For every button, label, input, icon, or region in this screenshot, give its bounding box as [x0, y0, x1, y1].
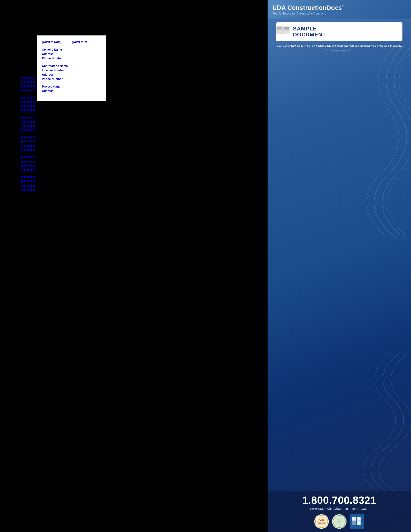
svg-rect-11 [352, 521, 356, 525]
doc-sheet-front [283, 26, 290, 34]
sidebar-description: UDA ConstructionDocs™ are fully customiz… [276, 44, 402, 48]
owner-phone: Phone Number [42, 56, 102, 61]
brand-tagline: The #1 Source for Construction Contracts [272, 12, 406, 15]
svg-text:by the: by the [338, 521, 341, 522]
sample-line2: DOCUMENT [293, 32, 398, 38]
owner-block: Owner's Name Address Phone Number [42, 48, 102, 61]
document-icon [279, 26, 290, 34]
money-value: ($00,000.00) [21, 120, 37, 124]
grid-icon [351, 515, 364, 528]
trademark-symbol: ™ [342, 5, 345, 8]
contractor-name: Contractor's Name [42, 64, 102, 68]
sample-line1: SAMPLE [293, 26, 398, 32]
svg-rect-10 [357, 517, 361, 521]
brand-name: UDA ConstructionDocs [272, 4, 342, 11]
money-group-6: ($00,000.00) ($00,000.00) ($00,000.00) (… [21, 175, 37, 192]
phone-number: 1.800.700.8321 [302, 495, 376, 505]
money-value: ($00,000.00) [21, 175, 37, 180]
svg-point-0 [315, 515, 328, 528]
money-value: ($00,000.00) [21, 124, 37, 128]
description-text: UDA ConstructionDocs™ are fully customiz… [276, 44, 402, 48]
date-line: (Current Date), (Current Ye [42, 40, 102, 44]
project-name: Project Name [42, 85, 102, 89]
money-value: ($00,000.00) [21, 100, 37, 104]
owner-address: Address [42, 52, 102, 56]
svg-text:NAHB: NAHB [319, 519, 324, 521]
money-value: ($00,000.00) [21, 80, 37, 84]
current-year: (Current Ye [72, 40, 87, 44]
contractor-block: Contractor's Name License Number Address… [42, 64, 102, 81]
money-columns: ($00,000.00) ($00,000.00) ($00,000.00) (… [21, 76, 37, 195]
money-value: ($00,000.00) [21, 76, 37, 80]
money-group-4: ($00,000.00) ($00,000.00) ($00,000.00) (… [21, 135, 37, 152]
website-url: www.constructioncontracts.com [310, 506, 369, 511]
grid-logo [350, 514, 364, 529]
document-area: (Current Date), (Current Ye Owner's Name… [0, 0, 268, 532]
money-value: ($00,000.00) [21, 160, 37, 164]
sidebar-bottom: 1.800.700.8321 www.constructioncontracts… [268, 491, 411, 532]
brand-title: UDA ConstructionDocs™ [272, 5, 406, 11]
money-group-3: ($00,000.00) ($00,000.00) ($00,000.00) (… [21, 116, 37, 133]
contractor-phone: Phone Number [42, 77, 102, 81]
svg-rect-12 [357, 521, 361, 525]
money-value: ($00,000.00) [21, 188, 37, 192]
sidebar: UDA ConstructionDocs™ The #1 Source for … [268, 0, 411, 532]
current-date: (Current Date), [42, 40, 62, 44]
sample-document-box: SAMPLE DOCUMENT [276, 22, 402, 41]
money-value: ($00,000.00) [21, 108, 37, 113]
money-value: ($00,000.00) [21, 140, 37, 144]
svg-text:Industry: Industry [337, 522, 342, 524]
svg-text:Endorsed: Endorsed [337, 519, 342, 520]
sidebar-header: UDA ConstructionDocs™ The #1 Source for … [268, 0, 411, 19]
document-page: (Current Date), (Current Ye Owner's Name… [37, 36, 106, 101]
copyright-text: © UDA Technologies, Inc. [327, 49, 351, 52]
money-value: ($00,000.00) [21, 116, 37, 120]
nahb-logo: NAHB National Association of Home Builde… [314, 514, 329, 529]
svg-text:of Home Builders: of Home Builders [318, 523, 325, 524]
money-value: ($00,000.00) [21, 144, 37, 148]
money-group-2: ($00,000.00) ($00,000.00) ($00,000.00) (… [21, 95, 37, 113]
owner-name: Owner's Name [42, 48, 102, 52]
money-value: ($00,000.00) [21, 180, 37, 184]
endorsed-logo: Endorsed by the Industry [332, 514, 346, 529]
project-block: Project Name Address [42, 85, 102, 93]
wave-decoration-top [340, 45, 411, 238]
project-address: Address [42, 89, 102, 93]
money-value: ($00,000.00) [21, 168, 37, 172]
money-value: ($00,000.00) [21, 104, 37, 108]
wave-decoration-bottom [337, 352, 411, 496]
money-group-1: ($00,000.00) ($00,000.00) ($00,000.00) (… [21, 76, 37, 93]
money-value: ($00,000.00) [21, 88, 37, 93]
svg-rect-9 [352, 517, 356, 521]
endorsed-icon: Endorsed by the Industry [333, 515, 346, 528]
money-value: ($00,000.00) [21, 128, 37, 133]
svg-text:National Association: National Association [317, 522, 326, 523]
contractor-address: Address [42, 73, 102, 77]
sample-label: SAMPLE DOCUMENT [293, 26, 398, 38]
logos-row: NAHB National Association of Home Builde… [314, 514, 364, 529]
contractor-license: License Number [42, 68, 102, 73]
money-value: ($00,000.00) [21, 84, 37, 88]
money-value: ($00,000.00) [21, 164, 37, 168]
money-value: ($00,000.00) [21, 135, 37, 140]
doc-sheet-back [276, 26, 283, 34]
money-value: ($00,000.00) [21, 148, 37, 152]
money-value: ($00,000.00) [21, 184, 37, 188]
money-group-5: ($00,000.00) ($00,000.00) ($00,000.00) (… [21, 155, 37, 172]
sample-doc-text: SAMPLE DOCUMENT [293, 26, 398, 38]
money-value: ($00,000.00) [21, 155, 37, 160]
money-value: ($00,000.00) [21, 95, 37, 100]
nahb-icon: NAHB National Association of Home Builde… [315, 515, 328, 528]
